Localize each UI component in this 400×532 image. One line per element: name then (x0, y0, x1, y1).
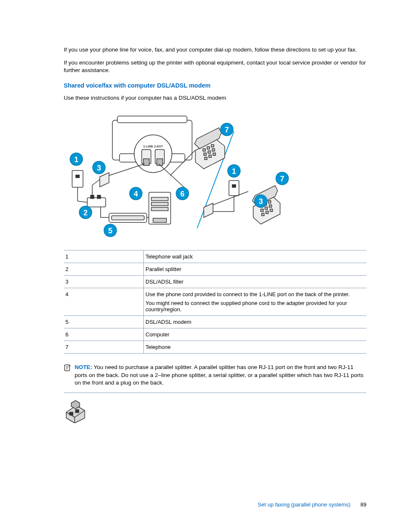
callout-number: 1 (64, 251, 144, 263)
svg-rect-17 (151, 197, 168, 201)
svg-rect-34 (268, 201, 271, 203)
svg-text:3: 3 (259, 197, 263, 206)
svg-rect-19 (151, 207, 168, 211)
callout-number: 3 (64, 276, 144, 288)
svg-rect-22 (207, 147, 210, 149)
callout-desc: Telephone wall jack (144, 251, 367, 263)
svg-rect-7 (143, 159, 149, 165)
svg-rect-63 (75, 410, 79, 413)
port-labels: 1-LINE 2-EXT (143, 145, 163, 148)
svg-text:5: 5 (108, 227, 112, 235)
footer-section: Set up faxing (parallel phone systems) (258, 501, 351, 508)
connection-diagram: 1-LINE 2-EXT (67, 112, 289, 238)
note-text: You need to purchase a parallel splitter… (75, 364, 364, 385)
table-row: 5 DSL/ADSL modem (64, 316, 366, 328)
page-number: 89 (361, 501, 366, 508)
svg-text:3: 3 (97, 164, 101, 172)
note-label: NOTE: (75, 364, 92, 370)
callout-desc: DSL/ADSL modem (144, 316, 367, 328)
svg-rect-25 (208, 151, 210, 153)
intro-paragraph-1: If you use your phone line for voice, fa… (64, 46, 366, 54)
callout-desc: DSL/ADSL filter (144, 276, 367, 288)
callout-desc: Parallel splitter (144, 263, 367, 276)
svg-rect-9 (72, 170, 83, 187)
svg-rect-28 (209, 155, 211, 158)
svg-rect-37 (269, 205, 272, 207)
callout-number: 5 (64, 316, 144, 328)
table-row: 6 Computer (64, 328, 366, 341)
svg-text:7: 7 (280, 175, 284, 183)
svg-point-4 (134, 135, 172, 173)
diagram-svg: 1-LINE 2-EXT (67, 112, 289, 238)
svg-rect-24 (204, 153, 206, 155)
svg-text:6: 6 (180, 190, 184, 198)
svg-rect-20 (153, 218, 166, 222)
svg-rect-40 (270, 209, 273, 212)
svg-text:1: 1 (74, 155, 78, 164)
svg-text:4: 4 (134, 190, 138, 198)
svg-rect-26 (212, 149, 215, 151)
table-row: 2 Parallel splitter (64, 263, 366, 276)
svg-rect-8 (157, 159, 163, 165)
intro-paragraph-2: If you encounter problems setting up the… (64, 59, 366, 74)
svg-rect-13 (97, 195, 101, 199)
table-row: 1 Telephone wall jack (64, 251, 366, 263)
svg-rect-18 (151, 202, 168, 206)
callout-number: 4 (64, 288, 144, 316)
svg-rect-29 (213, 153, 216, 155)
svg-rect-38 (262, 213, 264, 216)
callout-number: 7 (64, 341, 144, 354)
table-row: 3 DSL/ADSL filter (64, 276, 366, 288)
svg-rect-27 (205, 157, 207, 160)
svg-rect-12 (91, 195, 94, 199)
callout-desc: Computer (144, 328, 367, 341)
svg-rect-2 (117, 116, 187, 123)
callout-desc: Telephone (144, 341, 367, 354)
svg-rect-15 (112, 216, 144, 220)
svg-rect-10 (75, 175, 80, 178)
note-block: NOTE: You need to purchase a parallel sp… (64, 364, 366, 393)
svg-rect-23 (211, 145, 214, 147)
note-icon (64, 364, 72, 373)
svg-text:1: 1 (232, 167, 236, 176)
svg-text:7: 7 (225, 126, 229, 134)
svg-rect-39 (266, 211, 268, 214)
callout-number: 6 (64, 328, 144, 341)
svg-text:2: 2 (83, 209, 88, 217)
callout-number: 2 (64, 263, 144, 276)
svg-rect-31 (232, 184, 236, 188)
svg-rect-62 (70, 412, 73, 415)
svg-rect-36 (265, 207, 268, 209)
svg-rect-30 (229, 181, 239, 196)
svg-rect-21 (203, 149, 205, 151)
splitter-figure (64, 400, 366, 424)
svg-rect-35 (261, 209, 263, 212)
svg-rect-11 (87, 198, 106, 207)
section-heading: Shared voice/fax with computer DSL/ADSL … (64, 82, 366, 89)
table-row: 4 Use the phone cord provided to connect… (64, 288, 366, 316)
section-intro: Use these instructions if your computer … (64, 94, 366, 102)
page-footer: Set up faxing (parallel phone systems) 8… (258, 501, 366, 508)
callout-desc: Use the phone cord provided to connect t… (144, 288, 367, 316)
table-row: 7 Telephone (64, 341, 366, 354)
callout-table: 1 Telephone wall jack 2 Parallel splitte… (64, 250, 366, 354)
